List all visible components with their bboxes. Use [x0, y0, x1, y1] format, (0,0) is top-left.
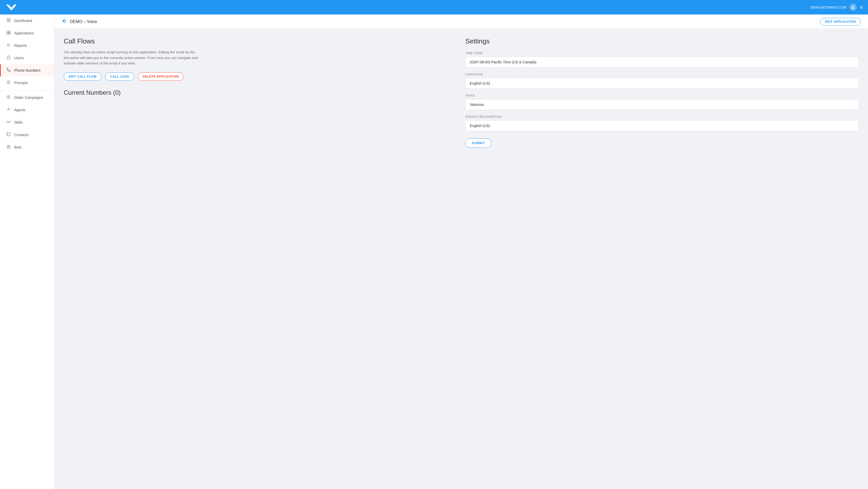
svg-point-23 — [8, 147, 8, 147]
svg-point-17 — [8, 97, 9, 98]
agents-icon — [6, 107, 11, 112]
svg-point-24 — [9, 147, 9, 147]
applications-icon — [6, 31, 11, 36]
reports-icon — [6, 43, 11, 48]
svg-rect-8 — [9, 33, 10, 34]
sidebar-item-applications[interactable]: Applications — [0, 27, 54, 39]
speech-recognition-field[interactable]: English (US) — [465, 120, 859, 131]
bots-icon — [6, 144, 11, 150]
time-zone-field[interactable]: (GMT-08:00) Pacific Time (US & Canada) — [465, 57, 859, 68]
sidebar-item-label: Agents — [14, 108, 26, 112]
svg-rect-4 — [9, 21, 10, 22]
page-title: DEMO – Voice — [70, 20, 97, 24]
sidebar-item-agents[interactable]: Agents — [0, 104, 54, 116]
svg-rect-2 — [9, 19, 10, 20]
svg-point-25 — [8, 145, 8, 145]
sidebar-item-contacts[interactable]: Contacts — [0, 129, 54, 141]
sidebar: Dashboard Applications Reports Users Pho… — [0, 14, 54, 489]
sidebar-item-label: Contacts — [14, 133, 29, 137]
sidebar-item-reports[interactable]: Reports — [0, 39, 54, 52]
speech-recognition-label: SPEECH RECOGNITION — [465, 115, 859, 118]
submit-button[interactable]: SUBMIT — [465, 138, 492, 148]
sidebar-item-label: Bots — [14, 145, 22, 149]
settings-section: Settings TIME ZONE: (GMT-08:00) Pacific … — [465, 37, 859, 148]
voice-group: VOICE Vanessa — [465, 94, 859, 110]
svg-rect-3 — [7, 21, 8, 22]
user-avatar[interactable] — [849, 4, 857, 11]
svg-rect-12 — [7, 57, 10, 59]
svg-rect-6 — [9, 31, 10, 32]
skills-icon — [6, 120, 11, 125]
sidebar-item-bots[interactable]: Bots — [0, 141, 54, 154]
svg-rect-22 — [7, 146, 10, 148]
sidebar-item-label: Applications — [14, 31, 34, 35]
dashboard-icon — [6, 18, 11, 23]
svg-point-16 — [7, 95, 10, 99]
dialer-icon — [6, 95, 11, 100]
svg-point-26 — [9, 145, 9, 145]
edit-call-flow-button[interactable]: EDIT CALL FLOW — [64, 72, 101, 81]
call-flows-description: You already have an active script runnin… — [64, 50, 198, 66]
layout: Dashboard Applications Reports Users Pho… — [0, 14, 868, 489]
sidebar-item-label: Users — [14, 56, 24, 60]
sidebar-item-prompts[interactable]: Prompts — [0, 76, 54, 89]
users-icon — [6, 55, 11, 61]
prompts-icon — [6, 80, 11, 86]
sidebar-item-label: Dialer Campaigns — [14, 95, 43, 100]
call-flows-title: Call Flows — [64, 37, 457, 45]
sidebar-item-label: Dashboard — [14, 19, 32, 23]
time-zone-label: TIME ZONE: — [465, 52, 859, 55]
sidebar-item-label: Skills — [14, 120, 23, 125]
sidebar-item-dialer-campaigns[interactable]: Dialer Campaigns — [0, 91, 54, 104]
subheader: DEMO – Voice EDIT APPLICATION — [54, 14, 868, 29]
sidebar-divider — [0, 90, 54, 90]
sidebar-item-label: Prompts — [14, 81, 28, 85]
sidebar-item-label: Phone Numbers — [14, 68, 40, 72]
logo — [5, 3, 18, 12]
sidebar-item-users[interactable]: Users — [0, 52, 54, 64]
time-zone-group: TIME ZONE: (GMT-08:00) Pacific Time (US … — [465, 52, 859, 68]
svg-point-0 — [852, 6, 854, 7]
svg-point-18 — [8, 108, 9, 109]
user-email: DEMO@ZOMNIO.COM — [810, 5, 846, 9]
language-group: LANGUAGE English (US) — [465, 73, 859, 89]
back-arrow-icon[interactable] — [62, 18, 67, 25]
subheader-left: DEMO – Voice — [62, 18, 97, 25]
voice-label: VOICE — [465, 94, 859, 97]
sidebar-item-label: Reports — [14, 43, 27, 47]
delete-application-button[interactable]: DELETE APPLICATION — [138, 72, 184, 81]
language-field[interactable]: English (US) — [465, 78, 859, 89]
voice-field[interactable]: Vanessa — [465, 99, 859, 110]
sidebar-item-dashboard[interactable]: Dashboard — [0, 14, 54, 27]
menu-icon[interactable]: ≡ — [860, 4, 863, 10]
topbar-right: DEMO@ZOMNIO.COM ≡ — [810, 4, 863, 11]
language-label: LANGUAGE — [465, 73, 859, 76]
speech-recognition-group: SPEECH RECOGNITION English (US) — [465, 115, 859, 131]
edit-application-button[interactable]: EDIT APPLICATION — [820, 18, 861, 26]
current-numbers-title: Current Numbers (0) — [64, 89, 457, 96]
settings-title: Settings — [465, 37, 859, 45]
svg-rect-7 — [7, 33, 8, 34]
sidebar-item-skills[interactable]: Skills — [0, 116, 54, 129]
main-area: DEMO – Voice EDIT APPLICATION Call Flows… — [54, 14, 868, 489]
phone-numbers-icon — [6, 68, 11, 73]
topbar: DEMO@ZOMNIO.COM ≡ — [0, 0, 868, 14]
call-flows-section: Call Flows You already have an active sc… — [64, 37, 457, 96]
call-flows-button-row: EDIT CALL FLOW CALL LOGS DELETE APPLICAT… — [64, 72, 457, 81]
call-logs-button[interactable]: CALL LOGS — [105, 72, 134, 81]
content-area: Call Flows You already have an active sc… — [54, 29, 868, 489]
svg-rect-1 — [7, 19, 8, 20]
sidebar-item-phone-numbers[interactable]: Phone Numbers — [0, 64, 54, 76]
contacts-icon — [6, 132, 11, 137]
svg-rect-20 — [7, 133, 10, 136]
svg-point-19 — [8, 121, 9, 122]
svg-rect-5 — [7, 31, 8, 32]
